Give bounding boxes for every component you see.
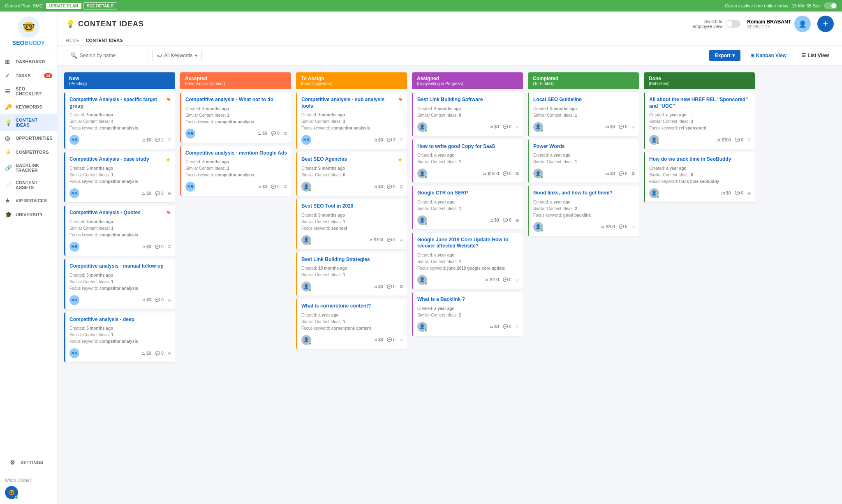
card[interactable]: Competitive Analysis - Quotes ⚑ Created:… [64,206,175,256]
sidebar-nav: ⊞ DASHBOARD ✓ TASKS 14 ☰ SEO CHECKLIST 🔑… [0,51,57,452]
column-subtitle: (Copywriting in Progress) [417,81,518,86]
card[interactable]: Competitive analysis - What not to do Cr… [180,92,291,143]
sidebar-item-seo-checklist[interactable]: ☰ SEO CHECKLIST [0,83,57,100]
card-footer: MR 🗂 $0 💬 0 ≡ [69,348,171,358]
card[interactable]: Best SEO Tool in 2020 Created: 9 months … [296,199,407,249]
sidebar-item-vip-services[interactable]: ★ VIP SERVICES [0,194,57,208]
card[interactable]: Power Words Created: a year agoSimilar C… [528,139,639,183]
card-menu-icon[interactable]: ≡ [516,217,519,224]
card[interactable]: Best SEO Agencies ★ Created: 9 months ag… [296,152,407,196]
column-subtitle: (Find Similar Content) [185,81,286,86]
card-menu-icon[interactable]: ≡ [516,170,519,177]
card[interactable]: Best Link Building Software Created: 9 m… [412,92,523,136]
card[interactable]: What is cornerstone content? Created: a … [296,299,407,349]
budget-stat: 🗂 $0 [141,351,151,356]
card-menu-icon[interactable]: ≡ [632,224,635,230]
card[interactable]: How to write good Copy for SaaS Created:… [412,139,523,183]
card-header: Competitive analysis - deep [69,317,171,323]
card-menu-icon[interactable]: ≡ [400,283,403,290]
breadcrumb-home[interactable]: HOME [66,38,79,43]
card-menu-icon[interactable]: ≡ [284,130,287,137]
card-menu-icon[interactable]: ≡ [516,324,519,330]
card-menu-icon[interactable]: ≡ [747,190,751,197]
card[interactable]: Competitive Analysis - case study ★ Crea… [64,152,175,202]
card-menu-icon[interactable]: ≡ [400,183,403,190]
sidebar-item-tasks[interactable]: ✓ TASKS 14 [0,69,57,83]
sidebar-item-settings[interactable]: ⚙ SETTINGS [5,455,52,469]
card-menu-icon[interactable]: ≡ [516,277,519,283]
card[interactable]: Competitive analysis - manual follow-up … [64,259,175,309]
card[interactable]: Competitive analysis - mention Google Ad… [180,146,291,196]
card[interactable]: Best Link Building Strategies Created: 1… [296,252,407,296]
update-plan-button[interactable]: UPDATE PLAN [46,3,81,9]
card-menu-icon[interactable]: ≡ [284,183,287,190]
list-icon: ☰ [801,53,806,58]
sidebar-item-backlink-tracker[interactable]: 🔗 BACKLINK TRACKER [0,159,57,176]
online-dot [308,289,311,291]
card-menu-icon[interactable]: ≡ [168,243,171,250]
card[interactable]: How do we track time in SeoBuddy Created… [644,152,755,202]
card-stats: 🗂 $300 💬 0 ≡ [716,136,751,143]
keyword-filter[interactable]: 🏷 All Keywords ▾ [152,50,202,61]
time-toggle[interactable] [824,2,837,9]
budget-stat: 🗂 $0 [489,218,499,222]
card-menu-icon[interactable]: ≡ [400,337,403,343]
sidebar-item-university[interactable]: 🎓 UNIVERSITY [0,208,57,222]
column-header-completed: Completed(To Publish) [528,72,639,89]
card-similar: Similar Content Ideas: 2 [533,206,635,212]
card[interactable]: Competitive analysis - deep Created: 5 m… [64,312,175,363]
card-menu-icon[interactable]: ≡ [168,350,171,356]
search-box[interactable]: 🔍 [66,50,148,61]
sidebar-item-keywords[interactable]: 🔑 KEYWORDS [0,100,57,114]
budget-stat: 🗂 $0 [141,191,151,196]
list-view-button[interactable]: ☰ List View [796,50,834,61]
card-title: Power Words [533,143,635,150]
card[interactable]: Google CTR on SERP Created: a year agoSi… [412,186,523,229]
card-menu-icon[interactable]: ≡ [632,124,635,130]
online-dot [308,242,311,245]
card[interactable]: Good links, and how to get them? Created… [528,186,639,236]
search-input[interactable] [80,53,143,58]
card-stats: 🗂 $0 💬 0 ≡ [489,324,519,330]
sidebar-item-dashboard[interactable]: ⊞ DASHBOARD [0,55,57,69]
sidebar-item-competitors[interactable]: ⚡ COMPETITORS [0,145,57,159]
card[interactable]: Competitive analysis - sub analysis tool… [296,92,407,149]
card-stats: 🗂 $0 💬 0 ≡ [141,297,171,303]
card-menu-icon[interactable]: ≡ [168,136,171,143]
see-details-button[interactable]: SEE DETAILS [83,2,117,9]
nav-icon: 🎓 [5,211,12,218]
column-body-completed: Local SEO Guideline Created: 9 months ag… [528,92,639,497]
card[interactable]: All about the new HREF REL "Sponsored" a… [644,92,755,149]
export-button[interactable]: Export ▾ [709,50,740,61]
card-created: Created: a year ago [533,152,635,159]
export-chevron-icon: ▾ [732,53,735,58]
card-footer: MR 🗂 $0 💬 2 ≡ [69,135,171,145]
card-stats: 🗂 $0 💬 0 ≡ [605,124,635,130]
employee-toggle[interactable] [726,20,740,28]
filter-icon: 🏷 [157,53,162,58]
card-menu-icon[interactable]: ≡ [168,297,171,303]
card[interactable]: What is a Backlink ? Created: a year ago… [412,292,523,336]
card-created: Created: a year ago [533,199,635,206]
card-menu-icon[interactable]: ≡ [516,124,519,130]
add-button[interactable]: + [817,16,834,32]
sidebar-item-opportunities[interactable]: ◎ OPPORTUNITIES [0,131,57,145]
comments-stat: 💬 0 [155,298,163,302]
card[interactable]: Local SEO Guideline Created: 9 months ag… [528,92,639,136]
sidebar-item-content-ideas[interactable]: 💡 CONTENT IDEAS [0,114,57,131]
card[interactable]: Google June 2019 Core Update:How to reco… [412,233,523,289]
kanban-icon: ⊞ [750,53,754,58]
card-menu-icon[interactable]: ≡ [400,237,403,243]
plan-text: Current Plan: SME [5,3,43,8]
sidebar-item-content-assets[interactable]: 📄 CONTENT ASSETS [0,176,57,194]
settings-label: SETTINGS [21,460,43,465]
card-menu-icon[interactable]: ≡ [632,170,635,177]
card-menu-icon[interactable]: ≡ [747,136,751,143]
card[interactable]: Competitive Analysis - specific target g… [64,92,175,149]
comments-stat: 💬 0 [503,125,511,129]
card-menu-icon[interactable]: ≡ [168,190,171,197]
card-similar: Similar Content Ideas: 1 [417,206,519,212]
column-title: New [69,76,170,81]
kanban-view-button[interactable]: ⊞ Kanban View [745,50,791,61]
card-menu-icon[interactable]: ≡ [400,136,403,143]
